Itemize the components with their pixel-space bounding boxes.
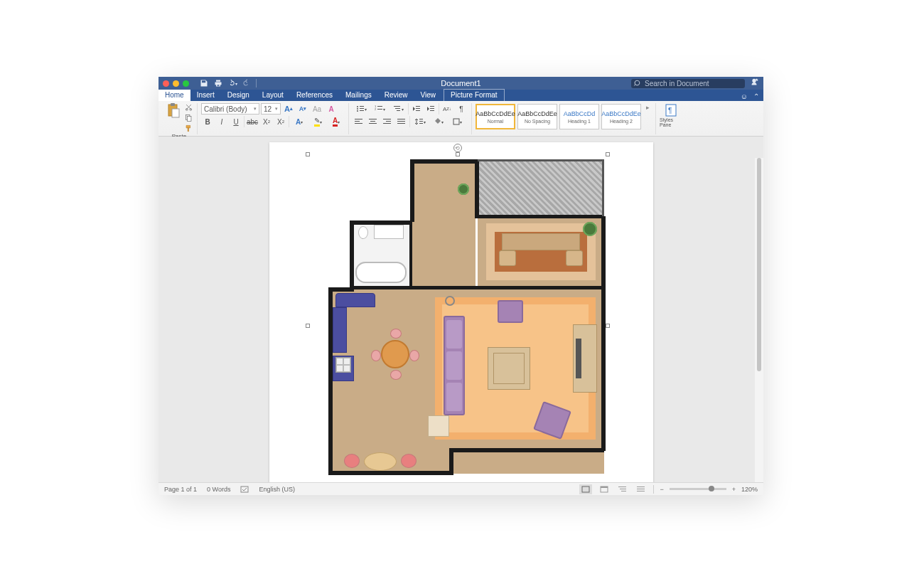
svg-rect-17 <box>394 106 400 107</box>
show-marks-button[interactable]: ¶ <box>455 103 468 115</box>
close-window-button[interactable] <box>163 80 169 87</box>
svg-rect-6 <box>187 116 191 121</box>
change-case-button[interactable]: Aa <box>311 103 323 115</box>
scrollbar-thumb[interactable] <box>757 158 761 371</box>
tab-home[interactable]: Home <box>159 90 190 101</box>
increase-indent-button[interactable] <box>424 103 437 115</box>
justify-button[interactable] <box>395 116 408 127</box>
style-heading-1[interactable]: AaBbCcDdHeading 1 <box>559 104 599 129</box>
shading-button[interactable]: ▾ <box>430 116 447 127</box>
tab-references[interactable]: References <box>290 90 339 101</box>
svg-rect-32 <box>383 119 391 119</box>
svg-rect-31 <box>369 123 377 124</box>
page-indicator[interactable]: Page 1 of 1 <box>164 486 197 493</box>
numbering-button[interactable]: 12▾ <box>371 103 388 115</box>
outline-view-button[interactable] <box>616 484 629 494</box>
web-layout-view-button[interactable] <box>598 484 611 494</box>
align-center-button[interactable] <box>367 116 380 127</box>
styles-pane-button[interactable]: ¶ Styles Pane <box>660 103 682 127</box>
align-right-button[interactable] <box>381 116 394 127</box>
redo-icon[interactable] <box>242 78 252 88</box>
paragraph-group: ▾ 12▾ ▾ AZ↓ ¶ ▾ ▾ <box>349 103 472 134</box>
italic-button[interactable]: I <box>215 116 228 127</box>
zoom-out-button[interactable]: − <box>660 486 663 493</box>
tab-design[interactable]: Design <box>221 90 256 101</box>
svg-rect-23 <box>430 106 434 107</box>
draft-view-button[interactable] <box>635 484 648 494</box>
tab-review[interactable]: Review <box>378 90 414 101</box>
cut-icon[interactable] <box>185 103 193 112</box>
svg-rect-30 <box>370 121 375 122</box>
style-normal[interactable]: AaBbCcDdEeNormal <box>476 104 515 129</box>
save-icon[interactable] <box>199 78 209 88</box>
text-effects-button[interactable]: A▾ <box>291 116 308 127</box>
grow-font-button[interactable]: A▴ <box>282 103 295 115</box>
highlight-button[interactable]: ✎▾ <box>309 116 326 127</box>
clear-format-button[interactable]: A <box>325 103 338 115</box>
print-layout-view-button[interactable] <box>579 484 592 494</box>
style-no-spacing[interactable]: AaBbCcDdEeNo Spacing <box>517 104 557 129</box>
tab-view[interactable]: View <box>414 90 443 101</box>
bold-button[interactable]: B <box>201 116 214 127</box>
selected-picture[interactable]: ⟲ <box>308 155 607 482</box>
language-indicator[interactable]: English (US) <box>259 486 295 493</box>
paste-button[interactable] <box>165 103 182 124</box>
svg-rect-2 <box>172 109 179 117</box>
print-icon[interactable] <box>213 78 223 88</box>
sort-button[interactable]: AZ↓ <box>441 103 453 115</box>
font-name-combo[interactable]: Calibri (Body)▾ <box>201 103 259 115</box>
zoom-slider-thumb[interactable] <box>709 486 714 491</box>
quick-access-toolbar: ▾ <box>199 78 257 88</box>
clipboard-group: Paste <box>161 103 198 134</box>
format-painter-icon[interactable] <box>185 124 193 133</box>
svg-rect-19 <box>397 110 400 111</box>
font-color-button[interactable]: A▾ <box>328 116 345 127</box>
word-count[interactable]: 0 Words <box>207 486 230 493</box>
svg-rect-29 <box>369 119 377 119</box>
strikethrough-button[interactable]: abc <box>246 116 259 127</box>
word-window: ▾ Document1 Home Insert Design Layout Re… <box>159 77 763 495</box>
style-heading-2[interactable]: AaBbCcDdEeHeading 2 <box>601 104 641 129</box>
svg-rect-39 <box>419 121 423 122</box>
svg-rect-44 <box>241 486 248 492</box>
tab-mailings[interactable]: Mailings <box>339 90 378 101</box>
svg-rect-50 <box>621 491 626 491</box>
superscript-button[interactable]: X2 <box>274 116 287 127</box>
rotate-handle[interactable]: ⟲ <box>453 144 462 152</box>
zoom-in-button[interactable]: + <box>732 486 736 493</box>
search-input[interactable] <box>645 80 737 87</box>
document-area[interactable]: ⟲ <box>159 137 763 482</box>
svg-rect-40 <box>419 123 423 124</box>
ribbon-tabs: Home Insert Design Layout References Mai… <box>159 90 763 101</box>
font-size-combo[interactable]: 12▾ <box>261 103 281 115</box>
maximize-window-button[interactable] <box>183 80 189 87</box>
svg-rect-49 <box>620 489 626 489</box>
collapse-ribbon-icon[interactable]: ⌃ <box>753 92 759 100</box>
svg-rect-25 <box>430 110 434 111</box>
undo-icon[interactable]: ▾ <box>227 78 237 88</box>
copy-icon[interactable] <box>185 114 193 122</box>
smiley-icon[interactable]: ☺ <box>741 92 748 100</box>
styles-more-button[interactable]: ▸ <box>643 104 652 111</box>
underline-button[interactable]: U <box>230 116 242 127</box>
decrease-indent-button[interactable] <box>410 103 423 115</box>
share-icon[interactable] <box>749 78 761 89</box>
align-left-button[interactable] <box>353 116 365 127</box>
tab-layout[interactable]: Layout <box>256 90 290 101</box>
zoom-value[interactable]: 120% <box>741 486 758 493</box>
subscript-button[interactable]: X2 <box>260 116 273 127</box>
search-field[interactable] <box>631 79 745 88</box>
minimize-window-button[interactable] <box>173 80 179 87</box>
spellcheck-icon[interactable] <box>240 486 249 493</box>
borders-button[interactable]: ▾ <box>448 116 466 127</box>
shrink-font-button[interactable]: A▾ <box>296 103 309 115</box>
bullets-button[interactable]: ▾ <box>353 103 370 115</box>
styles-pane-label: Styles Pane <box>660 117 682 127</box>
svg-point-11 <box>357 110 358 112</box>
tab-picture-format[interactable]: Picture Format <box>444 89 505 101</box>
tab-insert[interactable]: Insert <box>190 90 221 101</box>
zoom-slider[interactable] <box>670 488 726 490</box>
line-spacing-button[interactable]: ▾ <box>412 116 429 127</box>
multilevel-button[interactable]: ▾ <box>390 103 407 115</box>
vertical-scrollbar[interactable] <box>755 158 763 482</box>
